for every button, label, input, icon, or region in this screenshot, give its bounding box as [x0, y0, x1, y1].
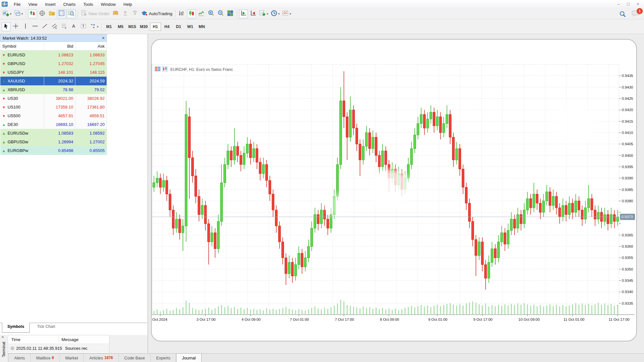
timeframe-m5-button[interactable]: M5	[115, 23, 126, 31]
timeframe-m30-button[interactable]: M30	[138, 23, 149, 31]
menu-window[interactable]: Window	[97, 1, 119, 8]
tab-tick-chart[interactable]: Tick Chart	[32, 323, 61, 333]
periods-button[interactable]: ▾	[270, 9, 281, 18]
zoom-out-button[interactable]	[216, 9, 225, 18]
metaeditor-button[interactable]	[111, 9, 120, 18]
chart-canvas[interactable]: 0.94350.94300.94250.94200.94150.94100.94…	[152, 40, 636, 340]
strategy-tester-button[interactable]	[67, 9, 76, 18]
table-row-eurgbpw[interactable]: ▲EURGBPw0.854980.85505	[0, 146, 107, 155]
cursor-tool-button[interactable]	[2, 22, 11, 31]
column-symbol[interactable]: Symbol	[0, 42, 44, 51]
line-studies-toolbar: EFAT▾M1M5M15M30H1H4D1W1MN	[0, 19, 644, 34]
table-row-xbrusd[interactable]: ▲XBRUSD78.9879.02	[0, 85, 107, 94]
horizontal-line-tool-button[interactable]	[31, 22, 40, 31]
candlesticks-button[interactable]	[187, 9, 196, 18]
menu-tools[interactable]: Tools	[80, 1, 97, 8]
chevron-down-icon[interactable]: ▾	[289, 12, 291, 15]
new-chart-button[interactable]: ▾	[2, 9, 13, 18]
journal-column-time[interactable]: Time	[8, 337, 59, 342]
terminal-button[interactable]	[57, 9, 66, 18]
trendline-tool-button[interactable]	[40, 22, 49, 31]
candlestick-chart[interactable]: 0.94350.94300.94250.94200.94150.94100.94…	[152, 40, 635, 339]
notifications-icon[interactable]: 1	[632, 10, 641, 19]
minimize-button[interactable]: –	[614, 0, 623, 8]
timeframe-m15-button[interactable]: M15	[127, 23, 138, 31]
table-row-us100[interactable]: ▼US10017359.1017361.80	[0, 103, 107, 111]
journal-entry-row[interactable]: 2025.02.11 11:48:35.915 Sources rec	[8, 344, 109, 352]
chevron-down-icon[interactable]: ▾	[97, 25, 99, 28]
column-bid[interactable]: Bid	[44, 42, 75, 51]
profiles-button[interactable]: ▾	[13, 9, 24, 18]
terminal-tab-market[interactable]: Market	[60, 354, 84, 362]
arrow-down-icon: ▼	[2, 53, 6, 57]
terminal-tab-articles[interactable]: Articles1876	[84, 354, 118, 362]
tab-symbols[interactable]: Symbols	[2, 323, 30, 333]
menu-insert[interactable]: Insert	[41, 1, 60, 8]
terminal-tab-journal[interactable]: Journal	[176, 353, 202, 362]
terminal-tab-alerts[interactable]: Alerts	[8, 354, 31, 362]
fibonacci-tool-button[interactable]: F	[60, 22, 69, 31]
autotrading-button[interactable]: AutoTrading	[140, 9, 173, 18]
new-order-button[interactable]: New Order	[80, 9, 110, 18]
data-window-button[interactable]	[38, 9, 47, 18]
tile-windows-button[interactable]	[226, 9, 235, 18]
chevron-down-icon[interactable]: ▾	[278, 12, 280, 15]
market-watch-button[interactable]	[28, 9, 37, 18]
zoom-in-button[interactable]	[206, 9, 215, 18]
timeframe-mn-button[interactable]: MN	[196, 23, 207, 31]
terminal-tab-mailbox[interactable]: Mailbox6	[31, 354, 60, 362]
news-button[interactable]	[130, 9, 139, 18]
timeframe-h4-button[interactable]: H4	[162, 23, 173, 31]
timeframe-m1-button[interactable]: M1	[104, 23, 115, 31]
close-button[interactable]: ×	[633, 0, 643, 8]
table-row-de30[interactable]: ▲DE3016693.1016697.20	[0, 120, 107, 129]
chevron-down-icon[interactable]: ▾	[10, 12, 12, 15]
timeframe-d1-button[interactable]: D1	[173, 23, 184, 31]
templates-button[interactable]: ▾	[281, 9, 292, 18]
crosshair-tool-button[interactable]	[11, 22, 20, 31]
line-chart-button[interactable]	[197, 9, 206, 18]
table-row-usdjpy[interactable]: ▼USDJPY148.101148.115	[0, 68, 107, 77]
table-row-us500[interactable]: ▼US5004857.914859.51	[0, 111, 107, 120]
market-watch-close-icon[interactable]: ×	[102, 35, 105, 41]
search-icon[interactable]	[617, 9, 628, 19]
toolbar-separator	[101, 23, 102, 31]
vertical-line-tool-button[interactable]	[21, 22, 30, 31]
restore-button[interactable]: □	[623, 0, 633, 8]
table-row-gbpusd[interactable]: ▼GBPUSD1.270321.27045	[0, 59, 107, 68]
auto-scroll-icon	[240, 10, 247, 17]
bid-value: 148.101	[44, 68, 75, 77]
chart-shift-button[interactable]	[249, 9, 258, 18]
table-row-eurusd[interactable]: ▼EURUSD1.086231.08633	[0, 51, 107, 60]
tile-windows-icon	[227, 10, 233, 17]
table-row-xauusd[interactable]: ▲XAUUSD2024.322024.59	[0, 77, 107, 85]
chevron-down-icon[interactable]: ▾	[22, 12, 23, 15]
community-button[interactable]	[121, 9, 130, 18]
terminal-tab-code-base[interactable]: Code Base	[119, 354, 151, 362]
autotrading-icon	[141, 10, 147, 17]
journal-column-message[interactable]: Message	[59, 337, 79, 342]
menu-charts[interactable]: Charts	[59, 1, 79, 8]
equidistant-channel-tool-button[interactable]: E	[50, 22, 59, 31]
bar-chart-button[interactable]	[177, 9, 186, 18]
menu-help[interactable]: Help	[119, 1, 136, 8]
table-row-gbpusdw[interactable]: ▲GBPUSDw1.269941.27002	[0, 138, 107, 146]
terminal-tab-experts[interactable]: Experts	[151, 354, 176, 362]
text-label-tool-button[interactable]: T	[79, 22, 88, 31]
terminal-side-tab[interactable]: × Terminal	[0, 335, 8, 362]
timeframe-h1-button[interactable]: H1	[150, 23, 161, 31]
symbol-cell: ▼US30	[0, 94, 44, 103]
text-tool-button[interactable]: A	[69, 22, 78, 31]
navigator-button[interactable]	[47, 9, 56, 18]
table-row-eurusdw[interactable]: ▲EURUSDw1.085831.08592	[0, 129, 107, 138]
table-row-us30[interactable]: ▼US3038021.0038026.92	[0, 94, 107, 103]
auto-scroll-button[interactable]	[239, 9, 248, 18]
market-watch-titlebar: Market Watch: 14:33:52 ×	[0, 34, 107, 42]
menu-file[interactable]: File	[10, 1, 24, 8]
arrows-tool-button[interactable]: ▾	[89, 22, 99, 31]
column-ask[interactable]: Ask	[75, 42, 107, 51]
timeframe-w1-button[interactable]: W1	[185, 23, 196, 31]
chevron-down-icon[interactable]: ▾	[267, 12, 268, 15]
indicators-button[interactable]: ▾	[258, 9, 269, 18]
menu-view[interactable]: View	[24, 1, 41, 8]
